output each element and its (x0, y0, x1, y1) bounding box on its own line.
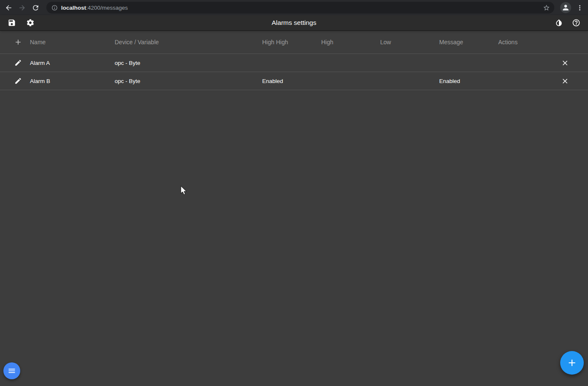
add-alarm-button[interactable] (13, 37, 24, 48)
save-icon (8, 19, 16, 27)
cell-name: Alarm B (30, 78, 115, 84)
more-vert-icon (576, 4, 584, 12)
plus-icon (567, 357, 577, 368)
arrow-back-icon (5, 4, 13, 12)
column-header-low: Low (380, 39, 439, 46)
column-header-name: Name (30, 39, 115, 46)
browser-chrome-bar: localhost:4200/messages (0, 0, 588, 15)
header-add-cell (0, 37, 30, 48)
hamburger-menu-icon (8, 367, 16, 375)
page-title: Alarms settings (0, 19, 588, 27)
help-button[interactable] (569, 16, 583, 29)
save-button[interactable] (5, 16, 19, 29)
help-outline-icon (572, 19, 580, 27)
sidenav-menu-fab[interactable] (3, 362, 20, 379)
cell-actions (498, 75, 588, 86)
url-text: localhost:4200/messages (61, 5, 543, 11)
invert-colors-icon (555, 19, 563, 27)
alarms-table: Name Device / Variable High High High Lo… (0, 30, 588, 90)
browser-back-button[interactable] (2, 1, 15, 14)
pencil-icon (14, 59, 22, 67)
browser-reload-button[interactable] (29, 1, 42, 14)
browser-forward-button[interactable] (15, 1, 29, 14)
column-header-actions: Actions (498, 39, 588, 46)
table-header-row: Name Device / Variable High High High Lo… (0, 30, 588, 54)
site-info-icon[interactable] (51, 5, 58, 11)
profile-avatar[interactable] (560, 2, 571, 13)
address-bar[interactable]: localhost:4200/messages (46, 2, 554, 13)
cell-actions (498, 57, 588, 68)
edit-alarm-button[interactable] (13, 57, 24, 68)
row-edit-cell (0, 57, 30, 68)
bookmark-star-icon[interactable] (543, 4, 550, 11)
url-path: :4200/messages (86, 5, 128, 11)
column-header-highhigh: High High (262, 39, 321, 46)
column-header-device: Device / Variable (115, 39, 262, 46)
delete-alarm-button[interactable] (559, 75, 570, 86)
browser-menu-button[interactable] (575, 1, 585, 14)
cell-device: opc - Byte (115, 60, 262, 66)
cell-name: Alarm A (30, 60, 115, 66)
gear-icon (26, 19, 35, 27)
settings-button[interactable] (24, 16, 37, 29)
cell-device: opc - Byte (115, 78, 262, 84)
table-row: Alarm A opc - Byte (0, 54, 588, 72)
theme-invert-button[interactable] (552, 16, 566, 29)
table-row: Alarm B opc - Byte Enabled Enabled (0, 72, 588, 90)
pencil-icon (14, 77, 22, 85)
person-icon (561, 3, 570, 12)
cell-highhigh: Enabled (262, 78, 321, 84)
column-header-high: High (321, 39, 380, 46)
edit-alarm-button[interactable] (13, 75, 24, 86)
add-alarm-fab[interactable] (560, 351, 584, 375)
close-icon (561, 77, 569, 85)
arrow-forward-icon (18, 4, 26, 12)
url-host: localhost (61, 5, 86, 11)
mouse-cursor (180, 185, 188, 196)
row-edit-cell (0, 75, 30, 86)
column-header-message: Message (439, 39, 498, 46)
cell-message: Enabled (439, 78, 498, 84)
browser-actions (557, 1, 585, 14)
app-toolbar: Alarms settings (0, 15, 588, 30)
plus-icon (14, 38, 22, 46)
reload-icon (32, 4, 40, 12)
delete-alarm-button[interactable] (559, 57, 570, 68)
close-icon (561, 59, 569, 67)
